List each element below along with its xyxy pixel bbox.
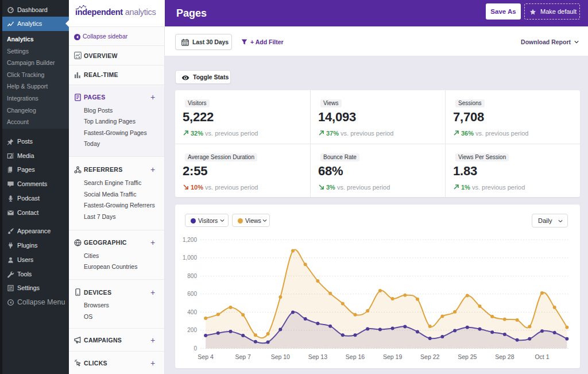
svg-text:Sep 13: Sep 13 bbox=[308, 353, 327, 360]
svg-text:800: 800 bbox=[187, 273, 197, 279]
svg-text:600: 600 bbox=[187, 291, 197, 297]
svg-text:0: 0 bbox=[194, 345, 197, 352]
svg-text:Sep 25: Sep 25 bbox=[458, 353, 477, 360]
svg-text:Sep 16: Sep 16 bbox=[346, 353, 365, 360]
svg-text:Sep 4: Sep 4 bbox=[198, 353, 214, 360]
svg-text:Oct 1: Oct 1 bbox=[535, 353, 549, 360]
svg-text:400: 400 bbox=[187, 309, 197, 315]
svg-text:1,200: 1,200 bbox=[183, 237, 197, 243]
svg-text:200: 200 bbox=[187, 327, 197, 333]
svg-text:Sep 10: Sep 10 bbox=[271, 353, 290, 360]
svg-text:Sep 28: Sep 28 bbox=[495, 353, 514, 360]
svg-text:Sep 7: Sep 7 bbox=[235, 353, 251, 360]
svg-text:Sep 22: Sep 22 bbox=[420, 353, 439, 360]
svg-text:1,000: 1,000 bbox=[183, 255, 197, 261]
svg-text:Sep 19: Sep 19 bbox=[383, 353, 402, 360]
